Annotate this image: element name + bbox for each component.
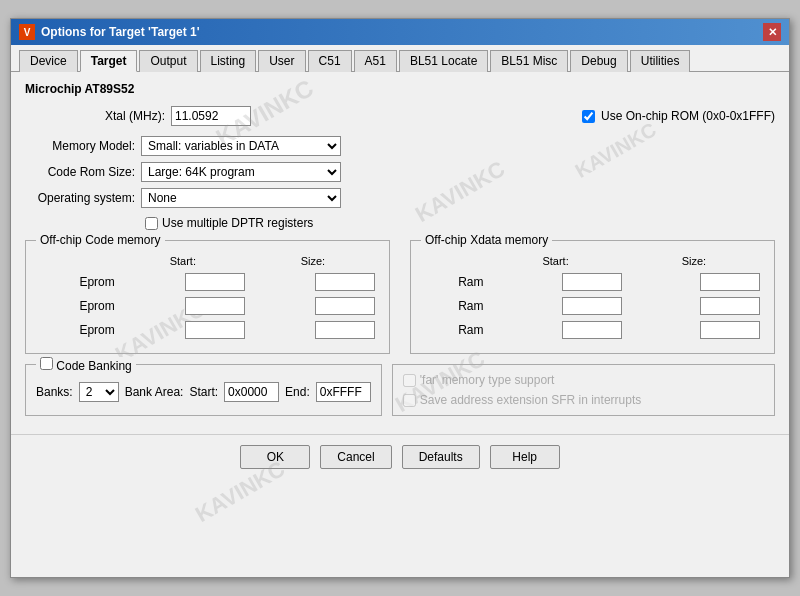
eprom-label-1: Eprom: [38, 271, 117, 293]
use-onchip-rom-label: Use On-chip ROM (0x0-0x1FFF): [601, 109, 775, 123]
cancel-button[interactable]: Cancel: [320, 445, 391, 469]
main-content: Microchip AT89S52 Xtal (MHz): Use On-chi…: [11, 72, 789, 426]
end-label: End:: [285, 385, 310, 399]
app-icon: V: [19, 24, 35, 40]
close-button[interactable]: ✕: [763, 23, 781, 41]
xtal-input[interactable]: [171, 106, 251, 126]
ram-label-3: Ram: [423, 319, 485, 341]
operating-system-select[interactable]: None RTX-51 Tiny RTX-51 Full: [141, 188, 341, 208]
off-chip-code-box: Off-chip Code memory Start: Size: Eprom: [25, 240, 390, 354]
code-rom-size-row: Code Rom Size: Small: prog below 2K Comp…: [25, 162, 775, 182]
off-chip-code-table: Start: Size: Eprom Eprom: [36, 253, 379, 343]
code-banking-label: Code Banking: [56, 359, 131, 373]
eprom-size-1[interactable]: [315, 273, 375, 291]
table-row: Eprom: [38, 319, 377, 341]
ram-start-1[interactable]: [562, 273, 622, 291]
use-multiple-dptr-label: Use multiple DPTR registers: [162, 216, 313, 230]
bank-area-label: Bank Area:: [125, 385, 184, 399]
table-row: Ram: [423, 271, 762, 293]
tab-user[interactable]: User: [258, 50, 305, 72]
ram-size-2[interactable]: [700, 297, 760, 315]
off-chip-xdata-table: Start: Size: Ram Ram: [421, 253, 764, 343]
use-multiple-dptr-row: Use multiple DPTR registers: [145, 216, 775, 230]
footer: OK Cancel Defaults Help: [11, 434, 789, 479]
bank-start-input[interactable]: [224, 382, 279, 402]
off-chip-xdata-box: Off-chip Xdata memory Start: Size: Ram: [410, 240, 775, 354]
memory-model-select[interactable]: Small: variables in DATA Compact: variab…: [141, 136, 341, 156]
operating-system-row: Operating system: None RTX-51 Tiny RTX-5…: [25, 188, 775, 208]
ok-button[interactable]: OK: [240, 445, 310, 469]
defaults-button[interactable]: Defaults: [402, 445, 480, 469]
save-address-label: Save address extension SFR in interrupts: [420, 393, 641, 407]
tab-debug[interactable]: Debug: [570, 50, 627, 72]
xdata-size-header: Size:: [626, 255, 762, 269]
code-banking-title: Code Banking: [36, 357, 136, 373]
tab-bl51-locate[interactable]: BL51 Locate: [399, 50, 488, 72]
eprom-size-2[interactable]: [315, 297, 375, 315]
ram-size-1[interactable]: [700, 273, 760, 291]
tab-listing[interactable]: Listing: [200, 50, 257, 72]
eprom-size-3[interactable]: [315, 321, 375, 339]
bank-end-input[interactable]: [316, 382, 371, 402]
code-rom-size-select[interactable]: Small: prog below 2K Compact: 2K functio…: [141, 162, 341, 182]
use-onchip-rom-checkbox[interactable]: [582, 110, 595, 123]
device-label: Microchip AT89S52: [25, 82, 775, 96]
memory-sections: Off-chip Code memory Start: Size: Eprom: [25, 240, 775, 354]
eprom-start-1[interactable]: [185, 273, 245, 291]
eprom-label-3: Eprom: [38, 319, 117, 341]
code-rom-size-label: Code Rom Size:: [25, 165, 135, 179]
far-memory-label: 'far' memory type support: [420, 373, 555, 387]
eprom-label-2: Eprom: [38, 295, 117, 317]
code-start-header: Start:: [119, 255, 247, 269]
far-memory-row: 'far' memory type support: [403, 373, 764, 387]
xdata-start-header: Start:: [487, 255, 623, 269]
table-row: Ram: [423, 319, 762, 341]
table-row: Eprom: [38, 295, 377, 317]
operating-system-label: Operating system:: [25, 191, 135, 205]
code-size-header: Size:: [249, 255, 377, 269]
banks-select[interactable]: 2: [79, 382, 119, 402]
eprom-start-2[interactable]: [185, 297, 245, 315]
table-row: Ram: [423, 295, 762, 317]
tab-c51[interactable]: C51: [308, 50, 352, 72]
eprom-start-3[interactable]: [185, 321, 245, 339]
title-bar: V Options for Target 'Target 1' ✕: [11, 19, 789, 45]
banks-label: Banks:: [36, 385, 73, 399]
save-address-checkbox: [403, 394, 416, 407]
ram-label-1: Ram: [423, 271, 485, 293]
code-banking-checkbox[interactable]: [40, 357, 53, 370]
tab-bl51-misc[interactable]: BL51 Misc: [490, 50, 568, 72]
memory-model-row: Memory Model: Small: variables in DATA C…: [25, 136, 775, 156]
banking-inner: Banks: 2 Bank Area: Start: End:: [36, 378, 371, 402]
far-options-box: 'far' memory type support Save address e…: [392, 364, 775, 416]
save-address-row: Save address extension SFR in interrupts: [403, 393, 764, 407]
tab-utilities[interactable]: Utilities: [630, 50, 691, 72]
far-memory-checkbox: [403, 374, 416, 387]
tab-output[interactable]: Output: [139, 50, 197, 72]
ram-size-3[interactable]: [700, 321, 760, 339]
off-chip-code-title: Off-chip Code memory: [36, 233, 165, 247]
tab-target[interactable]: Target: [80, 50, 138, 72]
ram-start-2[interactable]: [562, 297, 622, 315]
bottom-row: Code Banking Banks: 2 Bank Area: Start: …: [25, 364, 775, 416]
xtal-label: Xtal (MHz):: [105, 109, 165, 123]
off-chip-xdata-title: Off-chip Xdata memory: [421, 233, 552, 247]
tab-device[interactable]: Device: [19, 50, 78, 72]
tab-a51[interactable]: A51: [354, 50, 397, 72]
dialog-title: Options for Target 'Target 1': [41, 25, 200, 39]
ram-start-3[interactable]: [562, 321, 622, 339]
help-button[interactable]: Help: [490, 445, 560, 469]
memory-model-label: Memory Model:: [25, 139, 135, 153]
tabs-bar: Device Target Output Listing User C51 A5…: [11, 45, 789, 72]
use-multiple-dptr-checkbox[interactable]: [145, 217, 158, 230]
code-banking-box: Code Banking Banks: 2 Bank Area: Start: …: [25, 364, 382, 416]
ram-label-2: Ram: [423, 295, 485, 317]
table-row: Eprom: [38, 271, 377, 293]
start-label: Start:: [189, 385, 218, 399]
